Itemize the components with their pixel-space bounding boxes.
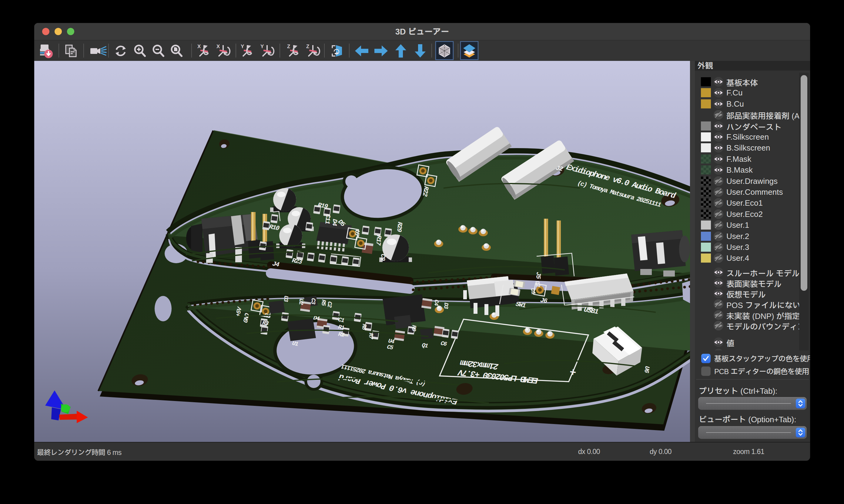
svg-text:R29: R29: [396, 222, 403, 232]
svg-text:U2: U2: [297, 298, 305, 305]
svg-text:R17: R17: [374, 235, 382, 246]
svg-text:Z: Z: [306, 43, 309, 49]
svg-text:Y: Y: [260, 43, 264, 49]
svg-text:R9: R9: [410, 325, 417, 331]
svg-text:X: X: [217, 43, 220, 49]
svg-text:Y: Y: [241, 43, 244, 49]
svg-text:C9: C9: [379, 253, 386, 261]
svg-text:C11: C11: [324, 214, 332, 224]
svg-text:C4: C4: [433, 299, 440, 306]
svg-text:Z: Z: [287, 43, 290, 49]
svg-text:C2: C2: [326, 301, 333, 308]
svg-text:X: X: [197, 43, 201, 49]
svg-text:R8: R8: [360, 323, 368, 330]
